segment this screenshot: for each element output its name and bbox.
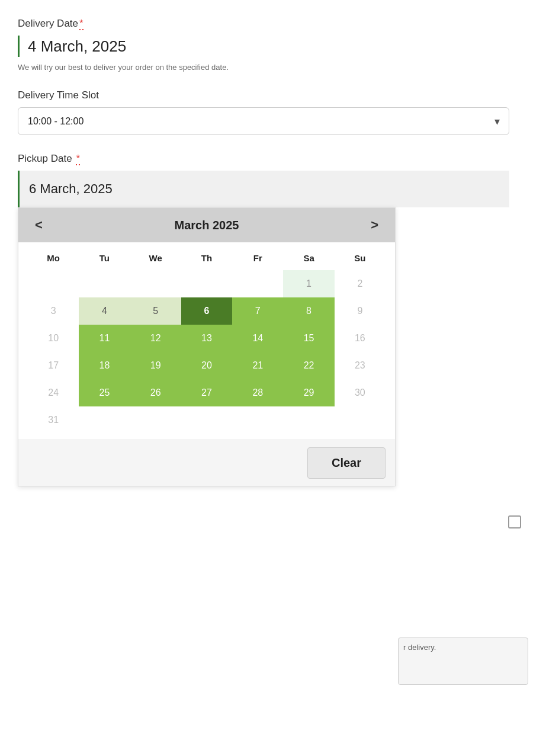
calendar-day-26[interactable]: 26 <box>130 379 181 406</box>
calendar-day-16: 16 <box>335 325 386 352</box>
calendar-day-29[interactable]: 29 <box>283 379 334 406</box>
calendar-month-year: March 2025 <box>175 219 239 232</box>
delivery-date-input-box[interactable]: 4 March, 2025 <box>18 36 528 57</box>
calendar-day-25[interactable]: 25 <box>79 379 130 406</box>
pickup-date-label: Pickup Date * <box>18 153 528 165</box>
delivery-date-label: Delivery Date* <box>18 18 528 30</box>
calendar-day-15[interactable]: 15 <box>283 325 334 352</box>
calendar-day-2: 2 <box>335 270 386 297</box>
calendar-day-24: 24 <box>28 379 79 406</box>
calendar-day-7[interactable]: 7 <box>232 297 283 325</box>
day-header-th: Th <box>181 248 232 268</box>
calendar-day-19[interactable]: 19 <box>130 352 181 379</box>
calendar-day-empty-1 <box>79 270 130 297</box>
calendar-day-11[interactable]: 11 <box>79 325 130 352</box>
day-header-tu: Tu <box>79 248 130 268</box>
calendar-grid: Mo Tu We Th Fr Sa Su 1234567891011121314… <box>18 242 395 440</box>
calendar-day-empty-6 <box>335 406 386 434</box>
calendar-day-27[interactable]: 27 <box>181 379 232 406</box>
delivery-date-value: 4 March, 2025 <box>28 36 126 57</box>
checkbox[interactable] <box>508 515 521 528</box>
prev-month-button[interactable]: < <box>30 217 47 233</box>
calendar-day-9: 9 <box>335 297 386 325</box>
clear-button[interactable]: Clear <box>307 447 386 479</box>
delivery-date-section: Delivery Date* 4 March, 2025 We will try… <box>18 18 528 72</box>
calendar: < March 2025 > Mo Tu We Th Fr Sa Su 1234… <box>18 207 396 486</box>
checkbox-area <box>508 515 521 528</box>
calendar-day-18[interactable]: 18 <box>79 352 130 379</box>
delivery-date-helper: We will try our best to deliver your ord… <box>18 63 528 72</box>
calendar-week-5: 24252627282930 <box>28 379 386 406</box>
calendar-header: < March 2025 > <box>18 208 395 242</box>
calendar-day-21[interactable]: 21 <box>232 352 283 379</box>
day-headers: Mo Tu We Th Fr Sa Su <box>28 248 386 268</box>
pickup-date-text: Pickup Date <box>18 153 72 164</box>
calendar-day-23: 23 <box>335 352 386 379</box>
calendar-day-22[interactable]: 22 <box>283 352 334 379</box>
partial-text-area: r delivery. <box>398 638 528 685</box>
calendar-day-30: 30 <box>335 379 386 406</box>
time-slot-section: Delivery Time Slot 10:00 - 12:00 12:00 -… <box>18 89 528 135</box>
calendar-day-14[interactable]: 14 <box>232 325 283 352</box>
calendar-week-4: 17181920212223 <box>28 352 386 379</box>
calendar-day-empty-4 <box>232 270 283 297</box>
calendar-day-6[interactable]: 6 <box>181 297 232 325</box>
calendar-day-empty-1 <box>79 406 130 434</box>
calendar-day-31: 31 <box>28 406 79 434</box>
calendar-weeks: 1234567891011121314151617181920212223242… <box>28 270 386 434</box>
pickup-required-indicator: * <box>76 153 80 165</box>
day-header-su: Su <box>335 248 386 268</box>
calendar-day-13[interactable]: 13 <box>181 325 232 352</box>
calendar-week-2: 3456789 <box>28 297 386 325</box>
calendar-day-20[interactable]: 20 <box>181 352 232 379</box>
day-header-sa: Sa <box>283 248 334 268</box>
calendar-week-6: 31 <box>28 406 386 434</box>
calendar-day-17: 17 <box>28 352 79 379</box>
calendar-day-1[interactable]: 1 <box>283 270 334 297</box>
partial-text: r delivery. <box>403 643 436 652</box>
day-header-we: We <box>130 248 181 268</box>
required-indicator: * <box>79 18 83 30</box>
calendar-footer: Clear <box>18 440 395 486</box>
calendar-day-5[interactable]: 5 <box>130 297 181 325</box>
calendar-day-empty-4 <box>232 406 283 434</box>
calendar-day-12[interactable]: 12 <box>130 325 181 352</box>
delivery-date-text: Delivery Date <box>18 18 78 29</box>
calendar-day-8[interactable]: 8 <box>283 297 334 325</box>
pickup-date-section: Pickup Date * 6 March, 2025 <box>18 153 528 207</box>
calendar-day-empty-2 <box>130 406 181 434</box>
calendar-week-3: 10111213141516 <box>28 325 386 352</box>
calendar-day-3: 3 <box>28 297 79 325</box>
calendar-day-28[interactable]: 28 <box>232 379 283 406</box>
calendar-day-empty-5 <box>283 406 334 434</box>
day-header-fr: Fr <box>232 248 283 268</box>
calendar-day-10: 10 <box>28 325 79 352</box>
time-slot-select-wrapper: 10:00 - 12:00 12:00 - 14:00 14:00 - 16:0… <box>18 107 509 135</box>
calendar-day-empty-3 <box>181 270 232 297</box>
time-slot-select[interactable]: 10:00 - 12:00 12:00 - 14:00 14:00 - 16:0… <box>18 107 509 135</box>
calendar-week-1: 12 <box>28 270 386 297</box>
next-month-button[interactable]: > <box>366 217 383 233</box>
calendar-day-empty-0 <box>28 270 79 297</box>
pickup-date-input-box[interactable]: 6 March, 2025 <box>18 171 509 207</box>
time-slot-label: Delivery Time Slot <box>18 89 528 101</box>
pickup-date-value: 6 March, 2025 <box>29 181 113 197</box>
calendar-day-empty-2 <box>130 270 181 297</box>
calendar-day-4[interactable]: 4 <box>79 297 130 325</box>
day-header-mo: Mo <box>28 248 79 268</box>
calendar-day-empty-3 <box>181 406 232 434</box>
